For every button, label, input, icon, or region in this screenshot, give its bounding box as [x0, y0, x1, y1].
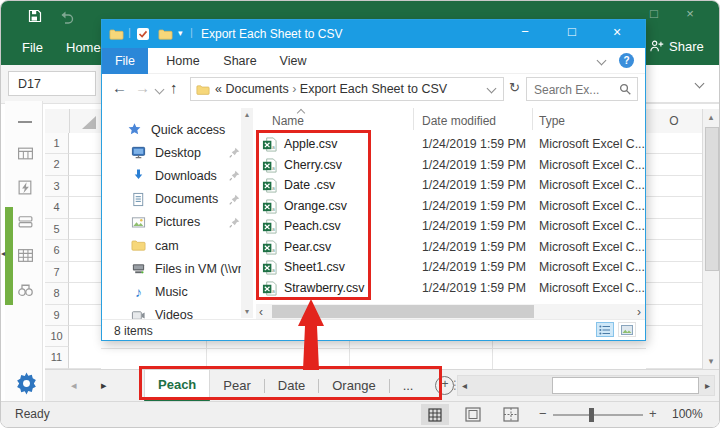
ribbon-collapse-icon[interactable] [597, 56, 607, 66]
excel-vertical-scrollbar[interactable]: ▴ ▾ [702, 109, 719, 369]
grid-cells-right[interactable] [646, 133, 702, 369]
row-header[interactable]: 9 [45, 305, 69, 326]
sheet-nav-left-icon[interactable]: ◂ [71, 379, 77, 392]
pane-collapse-arrow-icon[interactable]: ◂ [1, 249, 5, 258]
collapse-minus-icon[interactable] [18, 121, 32, 123]
search-input[interactable] [532, 80, 616, 100]
search-icon[interactable] [619, 83, 632, 96]
search-box[interactable] [526, 77, 638, 101]
undo-icon[interactable] [59, 10, 75, 24]
scroll-up-icon[interactable]: ▴ [703, 112, 719, 122]
menu-file[interactable]: File [102, 48, 148, 74]
column-header-type[interactable]: Type [539, 114, 565, 128]
row-header[interactable]: 10 [45, 326, 69, 347]
table-icon[interactable] [17, 247, 34, 264]
sidebar-item-cam[interactable]: cam [102, 234, 254, 257]
row-header[interactable]: 7 [45, 262, 69, 283]
excel-horizontal-scrollbar[interactable]: ◂ ▸ [457, 375, 715, 396]
breadcrumb-current-folder[interactable]: Export Each Sheet to CSV [300, 82, 447, 96]
horizontal-scroll-thumb[interactable] [552, 377, 699, 394]
row-header[interactable]: 1 [45, 133, 69, 154]
row-header[interactable]: 11 [45, 347, 69, 368]
grid-corner-select-all[interactable] [45, 109, 101, 134]
menu-home[interactable]: Home [160, 48, 206, 74]
qat-dropdown-icon[interactable]: ▾ [178, 28, 183, 38]
zoom-slider[interactable] [553, 414, 643, 416]
row-header[interactable]: 8 [45, 283, 69, 304]
sidebar-item-videos[interactable]: Videos [102, 304, 254, 320]
binoculars-find-icon[interactable] [17, 281, 34, 298]
sidebar-scrollbar[interactable]: ▴ ▾ [241, 108, 253, 318]
zoom-slider-thumb[interactable] [589, 408, 594, 422]
hscroll-right-icon[interactable]: › [637, 305, 641, 319]
excel-file-tab[interactable]: File [22, 40, 43, 55]
sidebar-item-documents[interactable]: Documents [102, 188, 254, 211]
up-icon[interactable]: ↑ [170, 79, 178, 96]
explorer-maximize-button[interactable]: □ [557, 24, 587, 39]
help-button[interactable]: ? [619, 53, 634, 68]
kutools-pane-handle[interactable] [5, 207, 13, 305]
column-header-date-modified[interactable]: Date modified [422, 114, 496, 128]
row-header[interactable]: 6 [45, 240, 69, 261]
row-header[interactable]: 4 [45, 197, 69, 218]
scroll-up-icon[interactable]: ▴ [241, 110, 253, 119]
sidebar-item-pictures[interactable]: Pictures [102, 211, 254, 234]
column-header-name[interactable]: Name [272, 114, 304, 128]
stacked-sheets-icon[interactable] [17, 213, 34, 230]
recent-locations-icon[interactable] [155, 85, 165, 95]
grid-cells-bottom[interactable] [101, 341, 646, 369]
excel-close-button[interactable]: × [675, 6, 705, 21]
column-header-O[interactable]: O [646, 109, 702, 134]
back-icon[interactable]: ← [112, 79, 127, 96]
zoom-out-icon[interactable]: − [539, 406, 547, 421]
vertical-scroll-thumb[interactable] [705, 127, 719, 271]
address-bar[interactable]: « Documents › Export Each Sheet to CSV [190, 77, 504, 101]
column-divider[interactable] [413, 108, 414, 130]
hscroll-right-icon[interactable]: ▸ [705, 380, 710, 391]
details-view-icon [599, 325, 611, 335]
formula-bar-expand-icon[interactable] [695, 79, 705, 89]
row-header[interactable]: 3 [45, 176, 69, 197]
sheet-nav-right-icon[interactable]: ▸ [101, 379, 107, 392]
column-divider[interactable] [532, 108, 533, 130]
excel-home-tab[interactable]: Home [66, 40, 101, 55]
select-all-triangle-icon[interactable] [82, 116, 96, 129]
forward-icon[interactable]: → [135, 79, 150, 96]
menu-view[interactable]: View [270, 48, 316, 74]
sidebar-item-quick-access[interactable]: Quick access [102, 118, 254, 141]
explorer-minimize-button[interactable]: − [510, 24, 540, 39]
cell-name-box[interactable]: D17 [8, 71, 96, 96]
zoom-in-icon[interactable]: + [649, 406, 657, 421]
sidebar-item-downloads[interactable]: Downloads [102, 164, 254, 187]
sidebar-item-desktop[interactable]: Desktop [102, 141, 254, 164]
view-normal-button[interactable] [421, 404, 449, 425]
page-layout-view-icon[interactable] [465, 407, 481, 422]
flash-sheet-icon[interactable] [17, 179, 34, 196]
row-header[interactable]: 2 [45, 154, 69, 175]
page-break-view-icon[interactable] [503, 407, 519, 422]
scroll-down-icon[interactable]: ▾ [703, 356, 719, 366]
formula-bar[interactable] [646, 65, 719, 103]
qat-properties-check-icon[interactable] [136, 27, 150, 41]
row-header[interactable]: 5 [45, 219, 69, 240]
breadcrumb-documents[interactable]: Documents [225, 82, 288, 96]
sidebar-item-files-in-vm[interactable]: Files in VM (\\vn [102, 257, 254, 280]
explorer-close-button[interactable]: × [602, 24, 632, 40]
menu-share[interactable]: Share [217, 48, 263, 74]
save-icon[interactable] [27, 8, 43, 24]
excel-share-button[interactable]: Share [649, 39, 704, 54]
refresh-icon[interactable]: ↻ [509, 80, 520, 95]
sidebar-item-music[interactable]: ♪ Music [102, 280, 254, 303]
workbook-grid-icon[interactable] [17, 145, 34, 162]
thumbnail-view-toggle[interactable] [618, 322, 636, 337]
scroll-down-icon[interactable]: ▾ [241, 307, 253, 316]
hscroll-left-icon[interactable]: ◂ [462, 380, 467, 391]
settings-gear-icon[interactable] [14, 371, 39, 396]
address-dropdown-icon[interactable] [487, 84, 497, 94]
details-view-toggle[interactable] [596, 322, 614, 337]
hscroll-left-icon[interactable]: ‹ [259, 305, 263, 319]
person-plus-icon [649, 39, 664, 54]
grid-cells-left[interactable] [69, 133, 101, 369]
zoom-percent[interactable]: 100% [672, 407, 703, 421]
qat-new-folder-icon[interactable] [158, 27, 173, 42]
